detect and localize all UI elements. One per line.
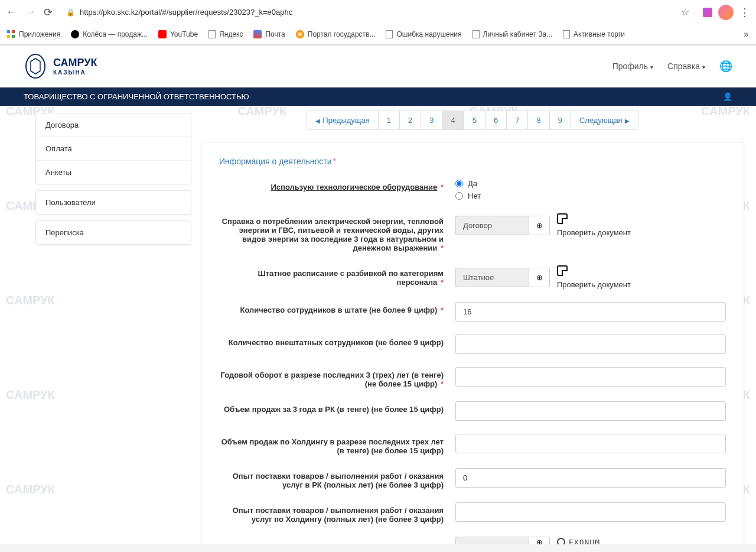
pager-6[interactable]: 6: [485, 111, 507, 129]
company-bar: ТОВАРИЩЕСТВО С ОГРАНИЧЕННОЙ ОТВЕТСТВЕННО…: [0, 87, 756, 106]
pager-9[interactable]: 9: [550, 111, 571, 129]
file-input-2[interactable]: Штатное: [455, 268, 529, 287]
radio-no[interactable]: Нет: [455, 191, 726, 200]
profile-menu[interactable]: Профиль▾: [612, 61, 653, 71]
profile-avatar[interactable]: [718, 5, 734, 20]
url-bar[interactable]: 🔒 https://pko.skc.kz/portal/#/supplier/r…: [60, 4, 696, 21]
sidebar: Договора Оплата Анкеты Пользователи Пере…: [0, 106, 201, 540]
employees-input[interactable]: [455, 302, 726, 322]
sidebar-item-users[interactable]: Пользователи: [36, 191, 191, 214]
pager-5[interactable]: 5: [464, 111, 485, 129]
back-button[interactable]: ←: [6, 6, 17, 18]
pager-1[interactable]: 1: [379, 111, 400, 129]
bookmark-yandex[interactable]: Яндекс: [208, 30, 243, 38]
pager-7[interactable]: 7: [507, 111, 528, 129]
exp-rk-input[interactable]: [455, 468, 726, 488]
verify-icon: [557, 213, 568, 224]
browser-chrome: ← → ⟳ 🔒 https://pko.skc.kz/portal/#/supp…: [0, 0, 756, 46]
extension-icon[interactable]: [703, 8, 712, 17]
bookmark-portal[interactable]: Портал государств...: [296, 30, 376, 38]
file-upload-btn-2[interactable]: ⊕: [529, 268, 550, 287]
exonum-badge: EXONUM: [557, 538, 600, 545]
language-icon[interactable]: 🌐: [719, 60, 732, 73]
pager-next[interactable]: Следующая▶: [571, 111, 638, 129]
verify-doc-1[interactable]: Проверить документ: [557, 213, 631, 237]
bookmark-pochta[interactable]: Почта: [253, 30, 285, 38]
bookmark-torgi[interactable]: Активные торги: [563, 30, 625, 38]
sales-holding-input[interactable]: [455, 434, 726, 453]
bookmark-star-icon[interactable]: ☆: [681, 7, 689, 18]
file-input-3[interactable]: [455, 537, 529, 544]
file-upload-btn-1[interactable]: ⊕: [529, 216, 550, 235]
file-input-1[interactable]: Договор: [455, 216, 529, 235]
help-menu[interactable]: Справка▾: [667, 61, 705, 71]
form-card: Информация о деятельности* Использую тех…: [201, 142, 744, 544]
sales-rk-input[interactable]: [455, 401, 726, 421]
section-title: Информация о деятельности*: [219, 157, 726, 166]
bookmark-error[interactable]: Ошибка нарушения: [386, 30, 461, 38]
sidebar-item-messages[interactable]: Переписка: [36, 221, 191, 244]
pager-3[interactable]: 3: [421, 111, 442, 129]
sidebar-item-surveys[interactable]: Анкеты: [36, 161, 191, 184]
url-text: https://pko.skc.kz/portal/#/supplier/req…: [80, 8, 676, 17]
file-upload-btn-3[interactable]: ⊕: [529, 537, 550, 544]
pager-2[interactable]: 2: [400, 111, 421, 129]
user-icon[interactable]: 👤: [723, 92, 732, 101]
lock-icon: 🔒: [66, 8, 75, 17]
logo-emblem-icon: [24, 53, 47, 80]
svg-point-0: [26, 54, 45, 78]
bookmarks-overflow[interactable]: »: [744, 29, 749, 40]
pager: ◀Предыдущая 1 2 3 4 5 6 7 8 9 Следующая▶: [307, 111, 638, 130]
bookmark-kolesa[interactable]: Колёса — продаж...: [71, 30, 148, 38]
pager-prev[interactable]: ◀Предыдущая: [307, 111, 379, 129]
turnover-input[interactable]: [455, 367, 726, 387]
sidebar-item-contracts[interactable]: Договора: [36, 113, 191, 137]
bookmarks-bar: Приложения Колёса — продаж... YouTube Ян…: [0, 24, 756, 45]
bookmark-lk[interactable]: Личный кабинет За...: [472, 30, 553, 38]
reload-button[interactable]: ⟳: [44, 6, 53, 19]
logo[interactable]: САМРУК КАЗЫНА: [24, 53, 97, 80]
exp-holding-input[interactable]: [455, 502, 726, 522]
pager-8[interactable]: 8: [528, 111, 549, 129]
sidebar-item-payment[interactable]: Оплата: [36, 137, 191, 161]
browser-menu[interactable]: ⋮: [739, 6, 750, 19]
pager-4[interactable]: 4: [443, 111, 464, 129]
verify-icon: [557, 265, 568, 276]
bookmark-youtube[interactable]: YouTube: [158, 30, 198, 38]
topbar: САМРУК КАЗЫНА Профиль▾ Справка▾ 🌐: [0, 46, 756, 87]
freelance-input[interactable]: [455, 335, 726, 354]
verify-doc-2[interactable]: Проверить документ: [557, 265, 631, 289]
forward-button[interactable]: →: [25, 6, 35, 18]
radio-yes[interactable]: Да: [455, 179, 726, 188]
bookmark-apps[interactable]: Приложения: [7, 30, 60, 38]
